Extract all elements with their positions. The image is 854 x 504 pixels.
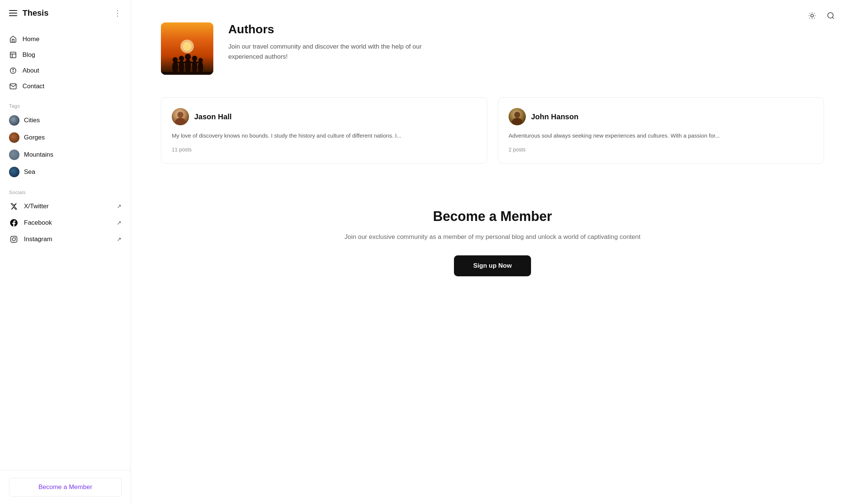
svg-point-9 bbox=[811, 14, 813, 17]
sidebar-item-blog-label: Blog bbox=[22, 51, 35, 59]
social-item-instagram[interactable]: Instagram ↗ bbox=[9, 231, 122, 248]
tag-mountains-label: Mountains bbox=[24, 151, 53, 159]
authors-description: Join our travel community and discover t… bbox=[228, 42, 453, 62]
sidebar-item-contact-label: Contact bbox=[22, 83, 45, 90]
sidebar-title: Thesis bbox=[22, 8, 49, 18]
author-card-header-john: John Hanson bbox=[509, 108, 813, 125]
become-member-title: Become a Member bbox=[161, 209, 824, 224]
facebook-label: Facebook bbox=[24, 219, 52, 227]
main-header-icons bbox=[807, 10, 836, 21]
about-icon bbox=[9, 67, 17, 75]
sidebar-item-about-label: About bbox=[22, 67, 39, 74]
svg-rect-33 bbox=[174, 62, 182, 63]
twitter-label: X/Twitter bbox=[24, 203, 49, 210]
svg-rect-0 bbox=[10, 52, 16, 58]
author-cards: Jason Hall My love of discovery knows no… bbox=[161, 97, 824, 164]
become-member-description: Join our exclusive community as a member… bbox=[161, 232, 824, 242]
author-name-jason: Jason Hall bbox=[194, 113, 232, 121]
svg-point-8 bbox=[15, 237, 16, 238]
socials-section: X/Twitter ↗ Facebook ↗ bbox=[0, 198, 131, 248]
tag-sea-label: Sea bbox=[24, 168, 35, 176]
tags-section: Cities Gorges Mountains Sea bbox=[0, 112, 131, 181]
svg-rect-34 bbox=[182, 62, 188, 63]
svg-rect-6 bbox=[11, 236, 17, 243]
hamburger-icon[interactable] bbox=[9, 10, 17, 16]
author-bio-jason: My love of discovery knows no bounds. I … bbox=[172, 131, 476, 140]
author-card-john-hanson[interactable]: John Hanson Adventurous soul always seek… bbox=[498, 97, 824, 164]
tag-item-gorges[interactable]: Gorges bbox=[9, 129, 122, 146]
facebook-icon bbox=[9, 218, 19, 228]
svg-point-28 bbox=[185, 54, 191, 60]
sea-tag-icon bbox=[9, 167, 19, 177]
instagram-label: Instagram bbox=[24, 236, 52, 243]
instagram-external-link-icon: ↗ bbox=[117, 236, 122, 243]
main-content: Authors Join our travel community and di… bbox=[131, 0, 854, 504]
search-icon[interactable] bbox=[826, 10, 836, 21]
authors-hero-text: Authors Join our travel community and di… bbox=[228, 22, 453, 62]
author-card-jason-hall[interactable]: Jason Hall My love of discovery knows no… bbox=[161, 97, 487, 164]
svg-line-13 bbox=[814, 18, 815, 18]
blog-icon bbox=[9, 51, 17, 59]
social-item-facebook[interactable]: Facebook ↗ bbox=[9, 215, 122, 231]
svg-rect-36 bbox=[194, 62, 201, 63]
svg-line-16 bbox=[809, 18, 810, 18]
sidebar-nav: Home Blog About bbox=[0, 25, 131, 94]
svg-point-18 bbox=[828, 13, 833, 18]
facebook-external-link-icon: ↗ bbox=[117, 219, 122, 226]
svg-point-7 bbox=[12, 238, 15, 241]
svg-point-41 bbox=[514, 112, 520, 118]
avatar-jason-hall bbox=[172, 108, 189, 125]
contact-icon bbox=[9, 82, 17, 90]
twitter-external-link-icon: ↗ bbox=[117, 203, 122, 210]
signup-now-button[interactable]: Sign up Now bbox=[454, 255, 531, 276]
svg-point-30 bbox=[192, 56, 197, 61]
twitter-icon bbox=[9, 202, 19, 211]
authors-hero: Authors Join our travel community and di… bbox=[161, 22, 824, 75]
author-posts-john: 2 posts bbox=[509, 147, 525, 153]
more-options-icon[interactable]: ⋮ bbox=[114, 9, 122, 17]
social-item-twitter[interactable]: X/Twitter ↗ bbox=[9, 198, 122, 215]
tag-item-mountains[interactable]: Mountains bbox=[9, 146, 122, 163]
sidebar-item-home-label: Home bbox=[22, 36, 39, 43]
svg-point-38 bbox=[177, 112, 183, 118]
sidebar-item-about[interactable]: About bbox=[9, 63, 122, 79]
authors-hero-image bbox=[161, 22, 213, 75]
sidebar-footer: Become a Member bbox=[0, 470, 131, 504]
author-posts-jason: 11 posts bbox=[172, 147, 192, 153]
tags-section-label: Tags bbox=[0, 103, 131, 109]
author-bio-john: Adventurous soul always seeking new expe… bbox=[509, 131, 813, 140]
gorges-tag-icon bbox=[9, 132, 19, 143]
cities-tag-icon bbox=[9, 115, 19, 126]
svg-line-12 bbox=[809, 13, 810, 13]
mountains-tag-icon bbox=[9, 150, 19, 160]
tag-item-cities[interactable]: Cities bbox=[9, 112, 122, 129]
avatar-john-hanson bbox=[509, 108, 526, 125]
tag-item-sea[interactable]: Sea bbox=[9, 163, 122, 181]
authors-title: Authors bbox=[228, 22, 453, 36]
svg-point-26 bbox=[179, 56, 184, 61]
instagram-icon bbox=[9, 234, 19, 244]
tag-gorges-label: Gorges bbox=[24, 134, 45, 141]
theme-toggle-icon[interactable] bbox=[807, 10, 817, 21]
tag-cities-label: Cities bbox=[24, 117, 40, 124]
sidebar-header: Thesis ⋮ bbox=[0, 0, 131, 25]
sidebar: Thesis ⋮ Home Blog bbox=[0, 0, 131, 504]
become-member-section: Become a Member Join our exclusive commu… bbox=[161, 194, 824, 299]
sidebar-become-member-button[interactable]: Become a Member bbox=[9, 478, 122, 497]
author-card-header-jason: Jason Hall bbox=[172, 108, 476, 125]
home-icon bbox=[9, 35, 17, 43]
sidebar-item-home[interactable]: Home bbox=[9, 31, 122, 47]
socials-section-label: Socials bbox=[0, 190, 131, 195]
svg-point-22 bbox=[183, 42, 192, 51]
svg-line-19 bbox=[832, 17, 834, 19]
svg-point-4 bbox=[13, 69, 13, 70]
svg-point-24 bbox=[173, 57, 178, 62]
svg-line-17 bbox=[814, 13, 815, 13]
author-name-john: John Hanson bbox=[531, 113, 579, 121]
sidebar-item-blog[interactable]: Blog bbox=[9, 47, 122, 63]
sidebar-header-left: Thesis bbox=[9, 8, 49, 18]
sidebar-item-contact[interactable]: Contact bbox=[9, 79, 122, 94]
authors-hero-image-inner bbox=[161, 22, 213, 75]
